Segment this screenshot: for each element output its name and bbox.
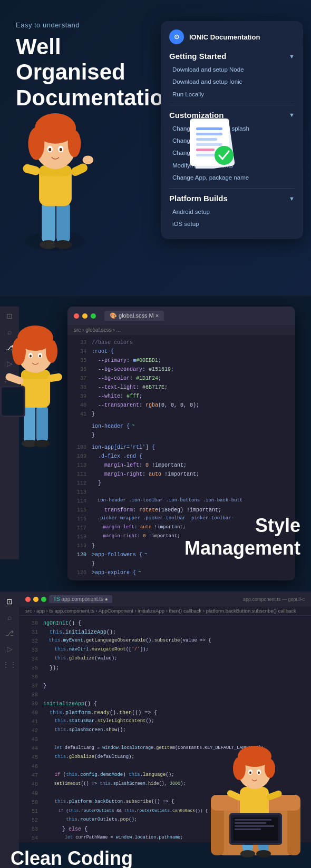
platform-builds-title: Platform Builds (169, 194, 228, 203)
code-line: 38 (19, 691, 311, 699)
section-platform-builds[interactable]: Platform Builds ▼ (169, 194, 295, 203)
explorer-icon-2[interactable]: ⊡ (6, 597, 13, 606)
code-line: 39 --white: #fff; (67, 392, 295, 401)
code-line: 31 this.initializeApp(); (19, 628, 311, 637)
panel-title: IONIC Documentation (189, 33, 260, 41)
maximize-dot-2[interactable] (41, 597, 46, 602)
editor-titlebar: 🎨 global.scss M × (67, 307, 295, 325)
code-line: 34 :root { (67, 347, 295, 356)
getting-started-title: Getting Started (169, 52, 226, 61)
chevron-down-icon: ▼ (289, 53, 295, 60)
code-line: 108 ion-app[dir='rtl'] { (67, 443, 295, 452)
doc-item-download-node[interactable]: Download and setup Node (169, 64, 295, 76)
extensions-icon-2[interactable]: ⋮⋮ (2, 660, 17, 669)
code-line: 33 //base colors (67, 338, 295, 347)
code-line: 41 this.statusBar.styleLightContent(); (19, 717, 311, 726)
maximize-dot[interactable] (91, 313, 96, 319)
section-documentation: Easy to understand Well Organised Docume… (0, 0, 311, 295)
code-line: 112 } (67, 479, 295, 488)
editor-tab[interactable]: 🎨 global.scss M × (104, 311, 164, 321)
svg-rect-61 (235, 822, 266, 824)
svg-point-54 (240, 850, 255, 857)
svg-rect-28 (24, 404, 35, 443)
character-1 (0, 95, 116, 274)
svg-point-41 (46, 340, 57, 363)
svg-rect-16 (22, 163, 41, 176)
minimize-dot-2[interactable] (33, 597, 38, 602)
section-coding: ⊡ ⌕ ⎇ ▷ ⋮⋮ TS app.component.ts ● app.com… (0, 592, 311, 868)
editor-tab-2[interactable]: TS app.component.ts ● (49, 595, 112, 603)
style-management-label: Style Management (184, 514, 300, 559)
code-line: 36 --bg-secondary: #151619; (67, 365, 295, 374)
svg-point-44 (30, 355, 32, 358)
character-3 (206, 745, 306, 861)
code-line: 37 --bg-color: #1D1F24; (67, 374, 295, 383)
code-line: 111 margin-right: auto !important; (67, 470, 295, 479)
svg-rect-21 (196, 127, 222, 130)
svg-point-27 (215, 146, 234, 165)
panel-header: ⊙ IONIC Documentation (169, 29, 295, 44)
doc-item-download-ionic[interactable]: Download and setup Ionic (169, 76, 295, 88)
svg-rect-36 (3, 388, 23, 415)
character-2 (0, 312, 84, 465)
code-line: 36 (19, 673, 311, 682)
code-line: 114 ion-header .ion-toolbar .ion-buttons… (67, 497, 295, 506)
svg-rect-60 (235, 819, 271, 821)
code-line: 110 margin-left: 0 !important; (67, 461, 295, 470)
svg-point-68 (265, 759, 275, 778)
svg-point-14 (48, 148, 51, 151)
svg-point-71 (249, 772, 251, 774)
code-line: 30 ngOnInit() { (19, 619, 311, 628)
left-col: ⊡ ⌕ ⎇ ▷ ⋮⋮ (0, 307, 32, 580)
svg-rect-22 (196, 133, 222, 135)
svg-rect-24 (196, 143, 222, 146)
code-line: 41 } (67, 410, 295, 419)
code-line: } (67, 431, 295, 440)
code-line: 33 this.navCtrl.navigateRoot(['/']); (19, 646, 311, 655)
svg-point-45 (39, 355, 41, 358)
svg-rect-63 (235, 828, 261, 830)
svg-rect-1 (42, 201, 55, 244)
code-line: 115 transform: rotate(180deg) !important… (67, 506, 295, 515)
svg-rect-2 (56, 201, 70, 244)
code-line: 40 this.platform.ready().then(() => { (19, 708, 311, 717)
svg-point-4 (54, 240, 72, 249)
svg-point-18 (83, 155, 94, 164)
svg-rect-29 (36, 404, 48, 443)
code-line: 38 --text-light: #6B717E; (67, 383, 295, 392)
divider-2 (169, 188, 295, 189)
tab-right-label: app.component.ts — gopull-c (243, 597, 305, 602)
code-line: } (67, 559, 295, 568)
document-illustration (184, 116, 242, 171)
doc-item-package-name[interactable]: Change App, package name (169, 172, 295, 184)
section-getting-started[interactable]: Getting Started ▼ (169, 52, 295, 61)
chevron-down-icon-2: ▼ (289, 112, 295, 118)
code-line: 126 > app-explore {~ (67, 568, 295, 577)
ionic-icon: ⊙ (169, 29, 184, 44)
close-dot-2[interactable] (25, 597, 31, 602)
svg-point-11 (68, 130, 81, 157)
svg-point-55 (256, 850, 271, 857)
doc-item-ios[interactable]: iOS setup (169, 218, 295, 230)
editor-titlebar-2: TS app.component.ts ● app.component.ts —… (19, 592, 311, 606)
doc-item-run-locally[interactable]: Run Locally (169, 88, 295, 101)
code-line: 113 (67, 488, 295, 497)
code-line: 42 this.splashScreen.show(); (19, 726, 311, 735)
search-icon-2[interactable]: ⌕ (7, 613, 12, 622)
doc-item-android[interactable]: Android setup (169, 206, 295, 218)
code-line: 32 this.myEvent.getLanguageObservable().… (19, 637, 311, 646)
editor-sidebar-2: ⊡ ⌕ ⎇ ▷ ⋮⋮ (0, 592, 19, 868)
code-line: 37 } (19, 682, 311, 691)
svg-point-31 (34, 440, 50, 447)
editor-breadcrumb-2: src › app › ts app.component.ts › AppCom… (19, 606, 311, 616)
chevron-down-icon-3: ▼ (289, 195, 295, 202)
svg-point-67 (233, 757, 246, 780)
git-icon-2[interactable]: ⎇ (5, 629, 14, 637)
management-title: Management (184, 537, 300, 559)
code-line: 40 --transparent: rgba(0, 0, 0, 0); (67, 401, 295, 410)
svg-rect-62 (235, 825, 274, 827)
code-line: 34 this.globalize(value); (19, 655, 311, 664)
debug-icon-2[interactable]: ▷ (7, 645, 13, 653)
section-style: ⊡ ⌕ ⎇ ▷ ⋮⋮ (0, 296, 311, 591)
svg-rect-23 (196, 138, 217, 141)
